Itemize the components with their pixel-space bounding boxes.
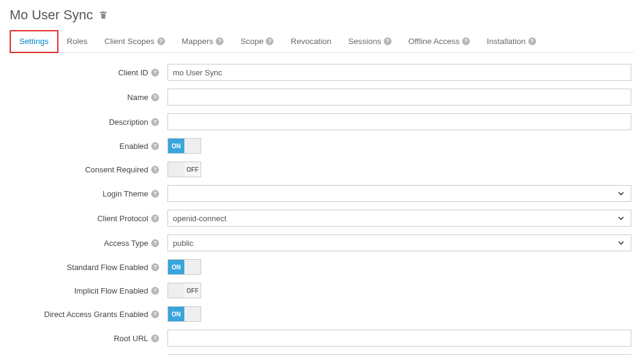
tab-bar: SettingsRolesClient Scopes?Mappers?Scope… — [10, 30, 634, 53]
tab-label: Offline Access — [408, 37, 460, 46]
label-login-theme-text: Login Theme — [102, 189, 148, 198]
label-description-text: Description — [109, 118, 148, 127]
help-icon[interactable]: ? — [157, 37, 165, 45]
label-enabled-text: Enabled — [119, 142, 148, 151]
description-input[interactable] — [167, 113, 631, 130]
label-name-text: Name — [127, 93, 148, 102]
help-icon[interactable]: ? — [266, 37, 274, 45]
help-icon[interactable]: ? — [151, 166, 159, 174]
label-standard-flow-text: Standard Flow Enabled — [67, 263, 148, 272]
toggle-on-label: ON — [168, 283, 184, 298]
help-icon[interactable]: ? — [216, 37, 224, 45]
label-root-url-text: Root URL — [114, 334, 148, 343]
label-implicit-flow-text: Implicit Flow Enabled — [74, 286, 148, 295]
tab-label: Mappers — [182, 37, 214, 46]
page-title: Mo User Sync — [10, 7, 634, 23]
standard-flow-toggle[interactable]: ON OFF — [167, 259, 201, 275]
delete-icon[interactable] — [99, 7, 108, 23]
consent-required-toggle[interactable]: ON OFF — [167, 162, 201, 177]
tab-roles[interactable]: Roles — [58, 30, 96, 52]
help-icon[interactable]: ? — [151, 190, 159, 198]
toggle-on-label: ON — [168, 307, 184, 321]
tab-client-scopes[interactable]: Client Scopes? — [96, 30, 173, 52]
toggle-on-label: ON — [168, 162, 184, 177]
tab-label: Client Scopes — [104, 37, 154, 46]
label-implicit-flow: Implicit Flow Enabled ? — [10, 286, 167, 295]
tab-label: Settings — [19, 37, 49, 46]
tab-label: Installation — [487, 37, 526, 46]
label-description: Description ? — [10, 118, 167, 127]
help-icon[interactable]: ? — [151, 142, 159, 150]
toggle-on-label: ON — [168, 139, 184, 153]
tab-installation[interactable]: Installation? — [478, 30, 545, 52]
root-url-input[interactable] — [167, 330, 631, 347]
tab-label: Scope — [240, 37, 263, 46]
direct-access-toggle[interactable]: ON OFF — [167, 306, 201, 322]
tab-label: Sessions — [348, 37, 381, 46]
tab-scope[interactable]: Scope? — [232, 30, 282, 52]
tab-settings[interactable]: Settings — [10, 30, 58, 53]
label-client-id-text: Client ID — [118, 68, 148, 77]
label-name: Name ? — [10, 93, 167, 102]
help-icon[interactable]: ? — [151, 335, 159, 342]
label-direct-access-text: Direct Access Grants Enabled — [44, 310, 148, 319]
help-icon[interactable]: ? — [462, 37, 470, 45]
label-access-type-text: Access Type — [104, 239, 148, 248]
label-access-type: Access Type ? — [10, 239, 167, 248]
toggle-on-label: ON — [168, 260, 184, 274]
label-client-protocol: Client Protocol ? — [10, 214, 167, 223]
tab-sessions[interactable]: Sessions? — [340, 30, 400, 52]
toggle-off-label: OFF — [184, 283, 201, 298]
help-icon[interactable]: ? — [151, 93, 159, 101]
implicit-flow-toggle[interactable]: ON OFF — [167, 283, 201, 298]
enabled-toggle[interactable]: ON OFF — [167, 138, 201, 154]
help-icon[interactable]: ? — [151, 263, 159, 271]
access-type-select[interactable]: public — [167, 234, 631, 251]
name-input[interactable] — [167, 89, 631, 105]
label-direct-access: Direct Access Grants Enabled ? — [10, 310, 167, 319]
login-theme-select[interactable] — [167, 185, 631, 202]
client-id-input[interactable] — [167, 64, 631, 81]
help-icon[interactable]: ? — [151, 215, 159, 222]
settings-form: Client ID ? Name ? Description ? Enabled… — [10, 64, 634, 355]
label-login-theme: Login Theme ? — [10, 189, 167, 198]
help-icon[interactable]: ? — [151, 239, 159, 247]
tab-label: Roles — [67, 37, 88, 46]
label-consent-required-text: Consent Required — [85, 165, 148, 174]
toggle-off-label: OFF — [184, 139, 201, 153]
tab-revocation[interactable]: Revocation — [282, 30, 340, 52]
label-consent-required: Consent Required ? — [10, 165, 167, 174]
label-enabled: Enabled ? — [10, 142, 167, 151]
label-standard-flow: Standard Flow Enabled ? — [10, 263, 167, 272]
help-icon[interactable]: ? — [151, 69, 159, 77]
label-root-url: Root URL ? — [10, 334, 167, 343]
toggle-off-label: OFF — [184, 162, 201, 177]
page-title-text: Mo User Sync — [10, 7, 93, 23]
label-client-id: Client ID ? — [10, 68, 167, 77]
tab-mappers[interactable]: Mappers? — [174, 30, 233, 52]
help-icon[interactable]: ? — [151, 310, 159, 318]
tab-label: Revocation — [290, 37, 331, 46]
toggle-off-label: OFF — [184, 260, 201, 274]
help-icon[interactable]: ? — [384, 37, 392, 45]
client-protocol-select[interactable]: openid-connect — [167, 210, 631, 227]
toggle-off-label: OFF — [184, 307, 201, 321]
tab-offline-access[interactable]: Offline Access? — [400, 30, 478, 52]
help-icon[interactable]: ? — [528, 37, 536, 45]
help-icon[interactable]: ? — [151, 118, 159, 126]
label-client-protocol-text: Client Protocol — [97, 214, 148, 223]
help-icon[interactable]: ? — [151, 287, 159, 295]
